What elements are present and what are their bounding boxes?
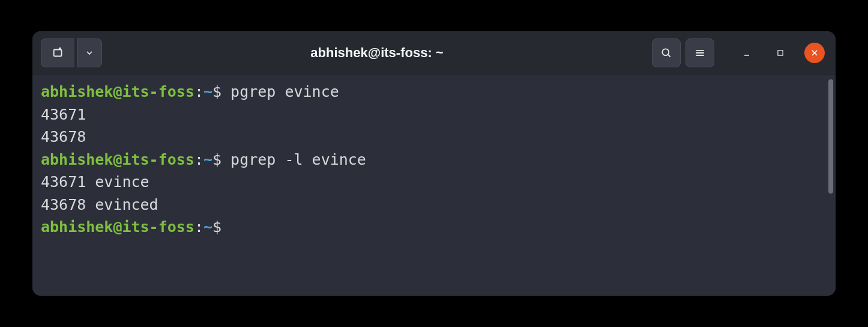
titlebar: abhishek@its-foss: ~ [32,31,836,75]
maximize-icon [776,49,785,57]
svg-line-4 [668,54,671,57]
terminal-prompt-line: abhishek@its-foss:~$ [41,216,827,239]
prompt-symbol: $ [212,151,222,168]
hamburger-icon [694,47,706,59]
command-text: pgrep evince [222,83,339,100]
prompt-path: ~ [203,151,212,168]
command-text: pgrep -l evince [222,151,366,168]
prompt-user-host: abhishek@its-foss [41,83,194,100]
minimize-icon [742,48,752,58]
terminal-body[interactable]: abhishek@its-foss:~$ pgrep evince4367143… [32,75,836,296]
prompt-separator: : [194,83,203,100]
close-button[interactable] [804,43,825,63]
new-tab-dropdown-button[interactable] [77,38,102,67]
prompt-user-host: abhishek@its-foss [41,218,194,236]
search-icon [660,47,672,59]
terminal-output-line: 43678 [41,126,827,148]
svg-rect-0 [53,49,61,56]
prompt-path: ~ [203,83,212,100]
prompt-separator: : [194,151,203,168]
close-icon [810,48,819,58]
output-text: 43678 evinced [41,196,158,213]
prompt-symbol: $ [212,83,222,100]
output-text: 43671 [41,106,86,123]
minimize-button[interactable] [730,38,764,67]
titlebar-left-controls [41,38,102,67]
terminal-output-line: 43671 [41,103,827,126]
prompt-path: ~ [203,218,212,236]
new-tab-icon [52,46,65,60]
command-text [222,218,231,236]
terminal-prompt-line: abhishek@its-foss:~$ pgrep -l evince [41,148,827,171]
terminal-window: abhishek@its-foss: ~ [32,31,836,296]
chevron-down-icon [85,48,94,58]
scrollbar[interactable] [828,79,833,194]
terminal-output-line: 43671 evince [41,171,827,194]
svg-point-3 [662,49,669,55]
titlebar-right-controls [652,38,827,67]
output-text: 43678 [41,128,86,145]
prompt-separator: : [194,218,203,236]
new-tab-button[interactable] [41,38,74,67]
menu-button[interactable] [686,38,714,67]
output-text: 43671 evince [41,173,149,191]
window-controls [730,38,827,67]
maximize-button[interactable] [764,38,797,67]
window-title: abhishek@its-foss: ~ [107,45,647,61]
svg-rect-9 [778,50,783,55]
terminal-prompt-line: abhishek@its-foss:~$ pgrep evince [41,81,827,103]
prompt-user-host: abhishek@its-foss [41,151,194,168]
prompt-symbol: $ [212,218,222,236]
search-button[interactable] [652,38,681,67]
terminal-output-line: 43678 evinced [41,194,827,216]
